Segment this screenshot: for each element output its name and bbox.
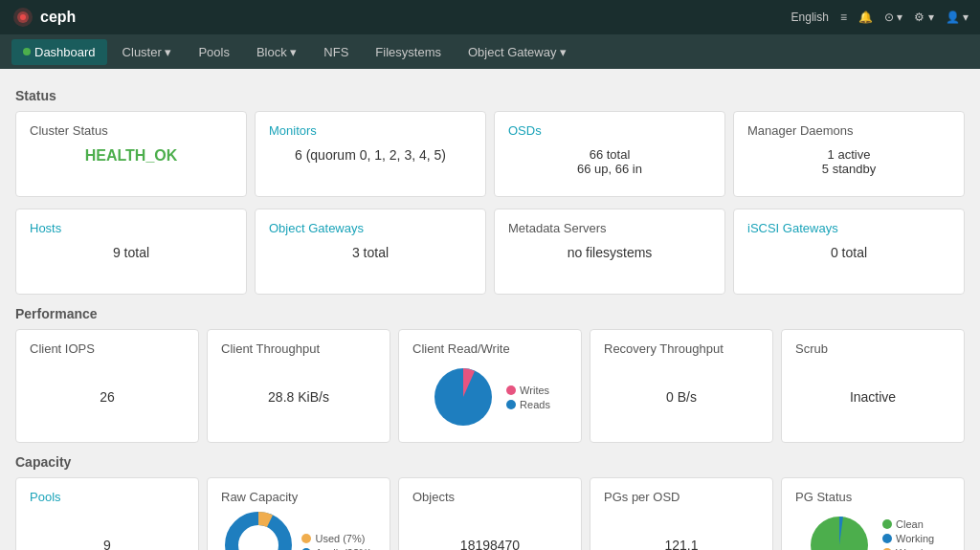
reads-legend: Reads — [506, 399, 550, 410]
pgs-per-osd-value: 121.1 — [664, 538, 698, 550]
objects-value: 18198470 — [460, 538, 520, 550]
avail-legend: Avail. (93%) — [301, 547, 371, 551]
monitors-title[interactable]: Monitors — [269, 123, 472, 138]
cluster-status-title: Cluster Status — [30, 123, 233, 138]
bell-icon[interactable]: 🔔 — [858, 11, 873, 24]
client-iops-card: Client IOPS 26 — [15, 329, 199, 443]
top-bar-right: English ≡ 🔔 ⊙ ▾ ⚙ ▾ 👤 ▾ — [791, 11, 969, 24]
status-row-1: Cluster Status HEALTH_OK Monitors 6 (quo… — [15, 111, 965, 197]
object-gateways-card: Object Gateways 3 total — [255, 209, 486, 295]
readwrite-pie-svg — [430, 363, 497, 430]
client-throughput-card: Client Throughput 28.8 KiB/s — [207, 329, 390, 443]
raw-capacity-card: Raw Capacity Used (7%) — [207, 477, 390, 550]
reads-label: Reads — [520, 399, 550, 410]
writes-legend: Writes — [506, 385, 550, 396]
health-dot — [23, 48, 31, 55]
pg-status-legend: Clean Working Warning Unknown — [882, 518, 940, 551]
client-iops-title: Client IOPS — [30, 341, 185, 356]
reads-dot — [506, 400, 516, 409]
client-throughput-value: 28.8 KiB/s — [268, 389, 329, 405]
client-throughput-title: Client Throughput — [221, 341, 376, 356]
pg-status-chart: Clean Working Warning Unknown — [795, 512, 950, 550]
tasks-icon[interactable]: ≡ — [840, 11, 847, 24]
pools-title[interactable]: Pools — [30, 490, 185, 504]
iscsi-gateways-card: iSCSI Gateways 0 total — [733, 209, 965, 295]
recovery-throughput-title: Recovery Throughput — [604, 341, 759, 356]
main-nav: Dashboard Cluster ▾ Pools Block ▾ NFS Fi… — [0, 34, 980, 69]
pg-clean-dot — [882, 519, 892, 529]
manager-daemons-title: Manager Daemons — [747, 123, 950, 138]
help-icon[interactable]: ⊙ ▾ — [884, 11, 902, 24]
cluster-status-card: Cluster Status HEALTH_OK — [15, 111, 247, 197]
logo-text: ceph — [40, 9, 76, 26]
nav-pools[interactable]: Pools — [187, 39, 241, 65]
used-legend: Used (7%) — [301, 533, 371, 544]
client-readwrite-card: Client Read/Write Writes Reads — [398, 329, 582, 443]
top-bar-left: ceph — [11, 6, 85, 29]
objects-card: Objects 18198470 — [398, 477, 582, 550]
settings-icon[interactable]: ⚙ ▾ — [914, 11, 933, 24]
performance-section-title: Performance — [15, 306, 965, 321]
recovery-throughput-card: Recovery Throughput 0 B/s — [590, 329, 773, 443]
pg-working-dot — [882, 534, 892, 543]
client-readwrite-chart: Writes Reads — [412, 363, 568, 430]
pools-value: 9 — [103, 538, 111, 550]
svg-point-2 — [20, 14, 26, 20]
hosts-title[interactable]: Hosts — [30, 221, 233, 235]
metadata-servers-title: Metadata Servers — [508, 221, 711, 235]
performance-row: Client IOPS 26 Client Throughput 28.8 Ki… — [15, 329, 965, 443]
metadata-servers-value: no filesystems — [508, 245, 711, 260]
hosts-card: Hosts 9 total — [15, 209, 247, 295]
client-iops-value: 26 — [100, 389, 115, 405]
osds-detail: 66 up, 66 in — [508, 162, 711, 176]
object-gateways-value: 3 total — [269, 245, 472, 260]
scrub-title: Scrub — [795, 341, 950, 356]
nav-cluster[interactable]: Cluster ▾ — [111, 39, 184, 65]
metadata-servers-card: Metadata Servers no filesystems — [494, 209, 725, 295]
monitors-card: Monitors 6 (quorum 0, 1, 2, 3, 4, 5) — [255, 111, 486, 197]
pg-status-title: PG Status — [795, 490, 950, 504]
user-icon[interactable]: 👤 ▾ — [946, 11, 969, 24]
svg-point-6 — [241, 528, 276, 550]
status-section-title: Status — [15, 88, 965, 103]
pgs-per-osd-title: PGs per OSD — [604, 490, 759, 504]
nav-dashboard[interactable]: Dashboard — [11, 39, 107, 65]
writes-dot — [506, 385, 516, 395]
used-label: Used (7%) — [315, 533, 365, 544]
nav-object-gateway[interactable]: Object Gateway ▾ — [457, 39, 578, 65]
hosts-value: 9 total — [30, 245, 233, 260]
capacity-section-title: Capacity — [15, 454, 965, 470]
iscsi-gateways-title[interactable]: iSCSI Gateways — [747, 221, 950, 235]
manager-active: 1 active — [747, 147, 950, 162]
logo: ceph — [11, 6, 76, 29]
pg-working-label: Working — [896, 533, 934, 544]
osds-total: 66 total — [508, 147, 711, 162]
pg-status-card: PG Status Clean Working — [781, 477, 965, 550]
client-readwrite-title: Client Read/Write — [412, 341, 568, 356]
osds-title[interactable]: OSDs — [508, 123, 711, 138]
capacity-row: Pools 9 Raw Capacity Used (7%) — [15, 477, 965, 550]
pg-warning-label: Warning — [896, 547, 935, 551]
content: Status Cluster Status HEALTH_OK Monitors… — [0, 69, 980, 550]
pg-clean-label: Clean — [896, 518, 924, 530]
readwrite-legend: Writes Reads — [506, 385, 550, 410]
nav-nfs[interactable]: NFS — [312, 39, 360, 65]
object-gateways-title[interactable]: Object Gateways — [269, 221, 472, 235]
status-row-2: Hosts 9 total Object Gateways 3 total Me… — [15, 209, 965, 295]
language-selector[interactable]: English — [791, 11, 829, 24]
raw-capacity-legend: Used (7%) Avail. (93%) — [301, 533, 371, 551]
scrub-value: Inactive — [850, 389, 896, 405]
writes-label: Writes — [520, 385, 549, 396]
pgs-per-osd-card: PGs per OSD 121.1 — [590, 477, 773, 550]
raw-capacity-chart: Used (7%) Avail. (93%) — [221, 512, 376, 550]
nav-block[interactable]: Block ▾ — [245, 39, 308, 65]
iscsi-gateways-value: 0 total — [747, 245, 950, 260]
scrub-card: Scrub Inactive — [781, 329, 965, 443]
monitors-value: 6 (quorum 0, 1, 2, 3, 4, 5) — [269, 147, 472, 163]
nav-filesystems[interactable]: Filesystems — [364, 39, 453, 65]
pg-clean-legend: Clean — [882, 518, 940, 530]
pg-status-pie — [806, 512, 873, 550]
top-bar: ceph English ≡ 🔔 ⊙ ▾ ⚙ ▾ 👤 ▾ — [0, 0, 980, 34]
pg-warning-legend: Warning — [882, 547, 940, 551]
recovery-throughput-value: 0 B/s — [666, 389, 697, 405]
